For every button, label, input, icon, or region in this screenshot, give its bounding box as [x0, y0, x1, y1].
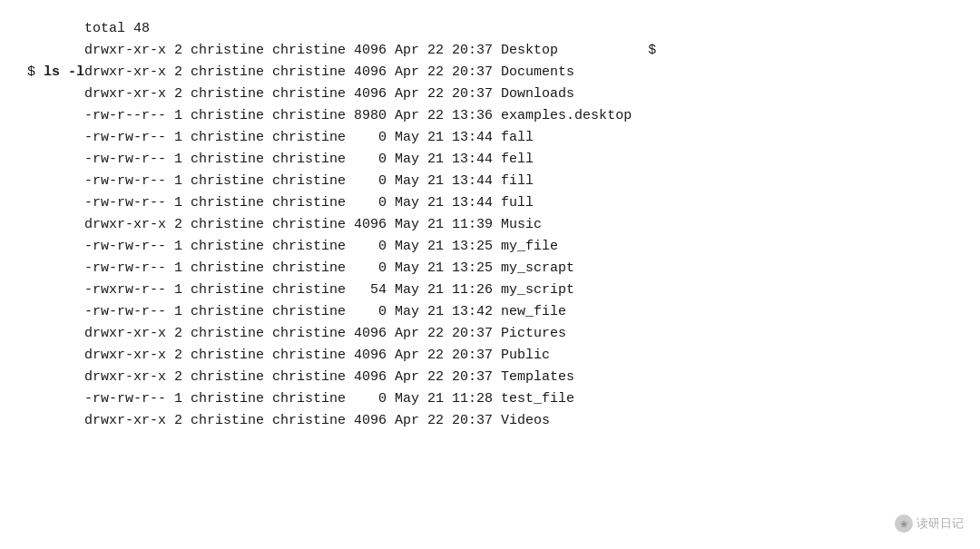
list-item: -rw-rw-r-- 1 christine christine 0 May 2… — [84, 388, 632, 410]
list-item: drwxr-xr-x 2 christine christine 4096 Ap… — [84, 62, 632, 83]
list-item: -rw-rw-r-- 1 christine christine 0 May 2… — [84, 171, 632, 192]
list-item: drwxr-xr-x 2 christine christine 4096 Ap… — [84, 345, 632, 367]
list-item: -rw-rw-r-- 1 christine christine 0 May 2… — [84, 127, 632, 149]
list-item: -rw-rw-r-- 1 christine christine 0 May 2… — [84, 258, 632, 279]
list-item: -rw-rw-r-- 1 christine christine 0 May 2… — [84, 192, 632, 214]
watermark-text: 读研日记 — [916, 515, 964, 532]
final-prompt-symbol: $ — [648, 43, 664, 58]
command-text: ls -l — [44, 64, 84, 80]
list-item: drwxr-xr-x 2 christine christine 4096 Ap… — [84, 367, 632, 388]
final-prompt: $ — [632, 18, 664, 62]
ls-output: total 48drwxr-xr-x 2 christine christine… — [84, 18, 632, 432]
list-item: drwxr-xr-x 2 christine christine 4096 Ap… — [84, 40, 632, 62]
list-item: -rw-rw-r-- 1 christine christine 0 May 2… — [84, 236, 632, 258]
list-item: -rw-rw-r-- 1 christine christine 0 May 2… — [84, 301, 632, 323]
watermark: ❀ 读研日记 — [895, 515, 964, 533]
list-item: drwxr-xr-x 2 christine christine 4096 Ap… — [84, 410, 632, 432]
list-item: -rw-rw-r-- 1 christine christine 0 May 2… — [84, 149, 632, 171]
watermark-icon: ❀ — [895, 515, 913, 533]
command-line: $ ls -l — [27, 62, 84, 83]
list-item: drwxr-xr-x 2 christine christine 4096 Ap… — [84, 83, 632, 105]
list-item: -rw-r--r-- 1 christine christine 8980 Ap… — [84, 105, 632, 127]
list-item: drwxr-xr-x 2 christine christine 4096 Ma… — [84, 214, 632, 236]
list-item: drwxr-xr-x 2 christine christine 4096 Ap… — [84, 323, 632, 345]
terminal-output: $ ls -l — [27, 18, 84, 105]
list-item: total 48 — [84, 18, 632, 40]
prompt-symbol: $ — [27, 64, 44, 80]
list-item: -rwxrw-r-- 1 christine christine 54 May … — [84, 279, 632, 301]
